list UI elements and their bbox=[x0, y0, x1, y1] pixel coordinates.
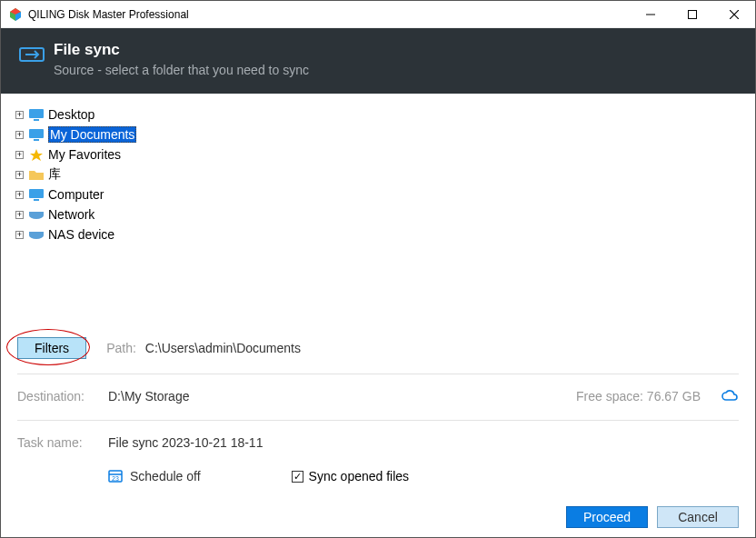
svg-rect-9 bbox=[34, 119, 39, 121]
tree-item-computer[interactable]: + Computer bbox=[15, 184, 741, 204]
svg-rect-14 bbox=[34, 199, 39, 201]
tree-item-library[interactable]: + 库 bbox=[15, 164, 741, 184]
tree-label: NAS device bbox=[48, 227, 114, 242]
titlebar-title: QILING Disk Master Professional bbox=[28, 8, 630, 21]
tree-label: My Documents bbox=[48, 126, 136, 143]
minimize-button[interactable] bbox=[630, 1, 671, 27]
tree-label: My Favorites bbox=[48, 147, 121, 162]
main-area: + Desktop + My Documents + My Favorites … bbox=[1, 94, 755, 528]
svg-rect-8 bbox=[29, 109, 44, 118]
header-title: File sync bbox=[54, 41, 309, 59]
schedule-label: Schedule off bbox=[130, 469, 201, 483]
close-button[interactable] bbox=[713, 1, 755, 27]
app-icon bbox=[8, 7, 23, 22]
calendar-icon: 23 bbox=[108, 468, 124, 485]
svg-rect-13 bbox=[29, 189, 44, 198]
svg-text:23: 23 bbox=[112, 474, 119, 481]
maximize-button[interactable] bbox=[671, 1, 713, 27]
svg-rect-18 bbox=[29, 232, 44, 235]
proceed-button[interactable]: Proceed bbox=[566, 506, 648, 528]
options-row: 23 Schedule off ✓ Sync opened files bbox=[1, 457, 755, 490]
tree-item-nas-device[interactable]: + NAS device bbox=[15, 224, 741, 244]
tree-label: Desktop bbox=[48, 107, 94, 122]
expander-icon[interactable]: + bbox=[15, 131, 24, 139]
tree-label: Network bbox=[48, 207, 94, 222]
expander-icon[interactable]: + bbox=[15, 191, 24, 199]
svg-rect-10 bbox=[29, 129, 44, 138]
svg-marker-12 bbox=[30, 149, 43, 161]
folder-icon bbox=[28, 168, 45, 182]
sync-icon bbox=[19, 45, 45, 65]
path-label: Path: bbox=[106, 341, 136, 355]
svg-rect-11 bbox=[34, 139, 39, 141]
tree-item-my-documents[interactable]: + My Documents bbox=[15, 125, 741, 144]
window-controls bbox=[630, 1, 755, 27]
filters-button[interactable]: Filters bbox=[17, 337, 86, 359]
folder-tree: + Desktop + My Documents + My Favorites … bbox=[1, 94, 755, 323]
task-row: Task name: File sync 2023-10-21 18-11 bbox=[1, 421, 755, 457]
drive-icon bbox=[28, 208, 45, 222]
expander-icon[interactable]: + bbox=[15, 171, 24, 179]
monitor-icon bbox=[28, 188, 45, 202]
tree-label: 库 bbox=[48, 166, 61, 183]
expander-icon[interactable]: + bbox=[15, 111, 24, 119]
header-subtitle: Source - select a folder that you need t… bbox=[54, 63, 309, 77]
expander-icon[interactable]: + bbox=[15, 231, 24, 239]
tree-label: Computer bbox=[48, 187, 104, 202]
sync-opened-label: Sync opened files bbox=[309, 469, 410, 483]
task-name-value[interactable]: File sync 2023-10-21 18-11 bbox=[108, 435, 263, 450]
path-value: C:\Users\admin\Documents bbox=[145, 341, 301, 355]
sync-opened-checkbox[interactable]: ✓ Sync opened files bbox=[292, 469, 410, 483]
svg-rect-16 bbox=[29, 212, 44, 215]
svg-rect-4 bbox=[689, 10, 697, 18]
checkbox-icon: ✓ bbox=[292, 471, 303, 483]
tree-item-network[interactable]: + Network bbox=[15, 204, 741, 224]
button-row: Proceed Cancel bbox=[1, 490, 755, 528]
tree-item-my-favorites[interactable]: + My Favorites bbox=[15, 144, 741, 164]
monitor-icon bbox=[28, 128, 45, 142]
expander-icon[interactable]: + bbox=[15, 151, 24, 159]
schedule-toggle[interactable]: 23 Schedule off bbox=[108, 468, 201, 485]
drive-icon bbox=[28, 228, 45, 242]
monitor-icon bbox=[28, 108, 45, 122]
free-space: Free space: 76.67 GB bbox=[576, 389, 701, 404]
titlebar: QILING Disk Master Professional bbox=[1, 1, 755, 28]
header: File sync Source - select a folder that … bbox=[1, 28, 755, 94]
cloud-icon[interactable] bbox=[721, 389, 739, 404]
destination-value[interactable]: D:\My Storage bbox=[108, 389, 576, 404]
path-row: Filters Path: C:\Users\admin\Documents bbox=[1, 332, 755, 364]
destination-row: Destination: D:\My Storage Free space: 7… bbox=[1, 374, 755, 411]
tree-item-desktop[interactable]: + Desktop bbox=[15, 105, 741, 125]
star-icon bbox=[28, 148, 45, 162]
expander-icon[interactable]: + bbox=[15, 211, 24, 219]
task-name-label: Task name: bbox=[17, 435, 108, 450]
destination-label: Destination: bbox=[17, 389, 108, 404]
cancel-button[interactable]: Cancel bbox=[657, 506, 739, 528]
